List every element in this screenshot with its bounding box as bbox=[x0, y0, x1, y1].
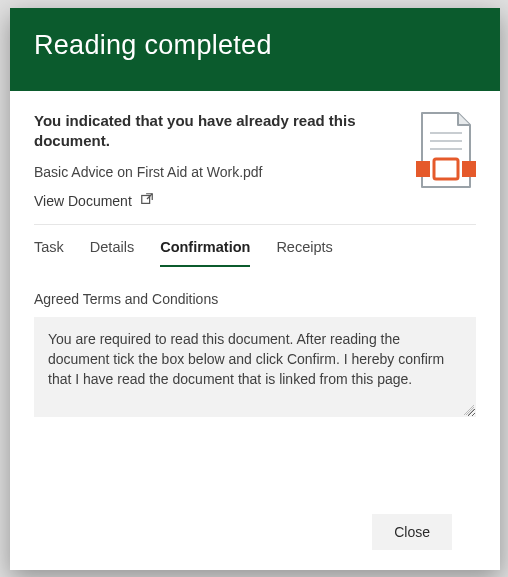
tab-task[interactable]: Task bbox=[34, 239, 64, 267]
dialog-footer: Close bbox=[34, 500, 476, 570]
svg-rect-0 bbox=[142, 196, 150, 204]
terms-text: You are required to read this document. … bbox=[48, 331, 444, 388]
terms-textbox[interactable]: You are required to read this document. … bbox=[34, 317, 476, 417]
tab-details[interactable]: Details bbox=[90, 239, 134, 267]
summary-lead: You indicated that you have already read… bbox=[34, 111, 398, 152]
summary-text: You indicated that you have already read… bbox=[34, 111, 398, 210]
svg-rect-6 bbox=[434, 159, 458, 179]
tab-receipts[interactable]: Receipts bbox=[276, 239, 332, 267]
dialog-body: You indicated that you have already read… bbox=[10, 91, 500, 570]
dialog-header: Reading completed bbox=[10, 8, 500, 91]
svg-rect-4 bbox=[416, 161, 430, 177]
svg-rect-5 bbox=[462, 161, 476, 177]
document-icon bbox=[416, 111, 476, 210]
view-document-link[interactable]: View Document bbox=[34, 192, 154, 209]
document-filename: Basic Advice on First Aid at Work.pdf bbox=[34, 164, 398, 180]
view-document-label: View Document bbox=[34, 193, 132, 209]
terms-section-label: Agreed Terms and Conditions bbox=[34, 291, 476, 307]
reading-completed-dialog: Reading completed You indicated that you… bbox=[10, 8, 500, 570]
summary-row: You indicated that you have already read… bbox=[34, 111, 476, 225]
tab-confirmation[interactable]: Confirmation bbox=[160, 239, 250, 267]
external-link-icon bbox=[140, 192, 154, 209]
close-button[interactable]: Close bbox=[372, 514, 452, 550]
tabs: Task Details Confirmation Receipts bbox=[34, 225, 476, 267]
dialog-title: Reading completed bbox=[34, 30, 476, 61]
